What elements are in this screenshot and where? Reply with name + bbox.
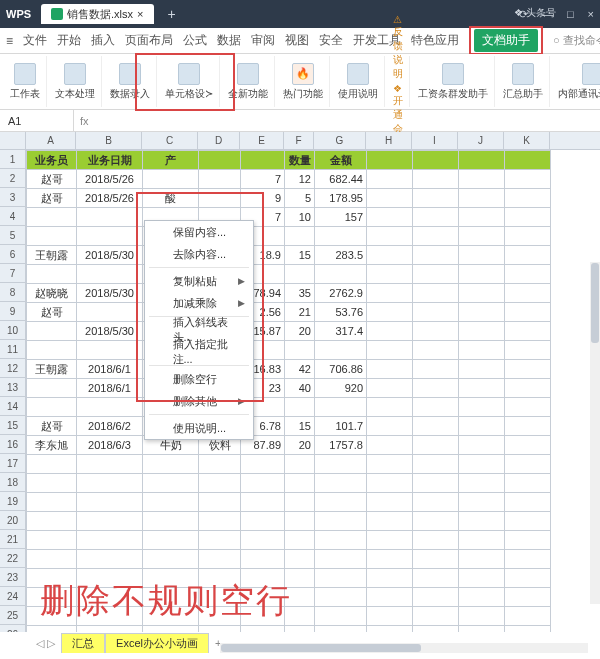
cell[interactable] bbox=[367, 512, 413, 531]
cell[interactable] bbox=[27, 398, 77, 417]
cell[interactable] bbox=[505, 493, 551, 512]
new-tab-button[interactable]: + bbox=[168, 6, 176, 22]
cell[interactable] bbox=[285, 531, 315, 550]
cell[interactable]: 2018/5/30 bbox=[77, 322, 143, 341]
row-header[interactable]: 23 bbox=[0, 568, 25, 587]
name-box[interactable]: A1 bbox=[0, 110, 74, 131]
cell[interactable] bbox=[27, 474, 77, 493]
cell[interactable] bbox=[413, 474, 459, 493]
cell[interactable]: 10 bbox=[285, 208, 315, 227]
cell[interactable] bbox=[413, 151, 459, 170]
cell[interactable] bbox=[77, 208, 143, 227]
col-header[interactable]: A bbox=[26, 132, 76, 149]
cell[interactable] bbox=[459, 379, 505, 398]
cell[interactable] bbox=[459, 607, 505, 626]
row-header[interactable]: 17 bbox=[0, 454, 25, 473]
cell[interactable] bbox=[367, 170, 413, 189]
cell[interactable] bbox=[459, 436, 505, 455]
cell[interactable] bbox=[459, 360, 505, 379]
cell[interactable] bbox=[285, 455, 315, 474]
row-header[interactable]: 9 bbox=[0, 302, 25, 321]
cell[interactable] bbox=[505, 550, 551, 569]
cell[interactable] bbox=[241, 455, 285, 474]
ribbon-new[interactable]: 全新功能 bbox=[222, 56, 275, 107]
cell[interactable] bbox=[315, 626, 367, 633]
row-header[interactable]: 26 bbox=[0, 625, 25, 632]
cell[interactable] bbox=[505, 189, 551, 208]
cell[interactable] bbox=[285, 550, 315, 569]
cell[interactable]: 2018/5/30 bbox=[77, 284, 143, 303]
cell[interactable] bbox=[315, 569, 367, 588]
cell[interactable] bbox=[27, 531, 77, 550]
cell[interactable] bbox=[199, 512, 241, 531]
cell[interactable] bbox=[241, 531, 285, 550]
cell[interactable] bbox=[143, 493, 199, 512]
cell[interactable] bbox=[241, 493, 285, 512]
cell[interactable]: 赵哥 bbox=[27, 170, 77, 189]
cell[interactable] bbox=[241, 626, 285, 633]
row-header[interactable]: 19 bbox=[0, 492, 25, 511]
cell[interactable] bbox=[241, 569, 285, 588]
cell[interactable]: 21 bbox=[285, 303, 315, 322]
cell[interactable] bbox=[505, 607, 551, 626]
cell[interactable]: 35 bbox=[285, 284, 315, 303]
cell[interactable] bbox=[505, 284, 551, 303]
row-header[interactable]: 3 bbox=[0, 188, 25, 207]
cell[interactable] bbox=[315, 398, 367, 417]
cell[interactable]: 7 bbox=[241, 170, 285, 189]
row-header[interactable]: 25 bbox=[0, 606, 25, 625]
cell[interactable] bbox=[367, 379, 413, 398]
col-header[interactable]: G bbox=[314, 132, 366, 149]
row-header[interactable]: 8 bbox=[0, 283, 25, 302]
sheet-tab-summary[interactable]: 汇总 bbox=[61, 633, 105, 653]
sheet-nav[interactable]: ◁ ▷ bbox=[30, 637, 61, 650]
cell[interactable] bbox=[367, 246, 413, 265]
cell[interactable]: 9 bbox=[241, 189, 285, 208]
cell[interactable] bbox=[285, 227, 315, 246]
cell[interactable] bbox=[199, 626, 241, 633]
cell[interactable] bbox=[285, 265, 315, 284]
cell[interactable] bbox=[367, 360, 413, 379]
col-header[interactable]: B bbox=[76, 132, 142, 149]
cell[interactable] bbox=[505, 341, 551, 360]
cell[interactable] bbox=[77, 303, 143, 322]
cell[interactable] bbox=[459, 588, 505, 607]
cell[interactable]: 王朝露 bbox=[27, 360, 77, 379]
cell[interactable] bbox=[459, 417, 505, 436]
row-header[interactable]: 15 bbox=[0, 416, 25, 435]
cell[interactable] bbox=[459, 284, 505, 303]
cell[interactable] bbox=[505, 512, 551, 531]
cell[interactable]: 178.95 bbox=[315, 189, 367, 208]
context-menu-item[interactable]: 去除内容... bbox=[145, 243, 253, 265]
row-header[interactable]: 18 bbox=[0, 473, 25, 492]
context-menu-item[interactable]: 使用说明... bbox=[145, 417, 253, 439]
cell[interactable] bbox=[459, 341, 505, 360]
cell[interactable] bbox=[315, 265, 367, 284]
cell[interactable] bbox=[367, 588, 413, 607]
cell[interactable] bbox=[413, 303, 459, 322]
cell[interactable] bbox=[459, 474, 505, 493]
cell[interactable] bbox=[27, 322, 77, 341]
cell[interactable] bbox=[367, 341, 413, 360]
cell[interactable] bbox=[459, 512, 505, 531]
cell[interactable]: 12 bbox=[285, 170, 315, 189]
cell[interactable] bbox=[143, 531, 199, 550]
cell[interactable] bbox=[143, 474, 199, 493]
cell[interactable] bbox=[459, 398, 505, 417]
cell[interactable] bbox=[505, 474, 551, 493]
cell[interactable] bbox=[315, 588, 367, 607]
cell[interactable] bbox=[241, 588, 285, 607]
cell[interactable] bbox=[285, 607, 315, 626]
menu-security[interactable]: 安全 bbox=[319, 32, 343, 49]
cell[interactable] bbox=[27, 379, 77, 398]
cell[interactable] bbox=[199, 493, 241, 512]
cell[interactable]: 2018/5/30 bbox=[77, 246, 143, 265]
cell[interactable] bbox=[77, 341, 143, 360]
cell[interactable] bbox=[413, 550, 459, 569]
menu-features[interactable]: 特色应用 bbox=[411, 32, 459, 49]
cell[interactable] bbox=[241, 474, 285, 493]
cell[interactable]: 酸 bbox=[143, 189, 199, 208]
col-header[interactable]: D bbox=[198, 132, 240, 149]
context-menu-item[interactable]: 加减乘除▶ bbox=[145, 292, 253, 314]
cell[interactable] bbox=[27, 455, 77, 474]
